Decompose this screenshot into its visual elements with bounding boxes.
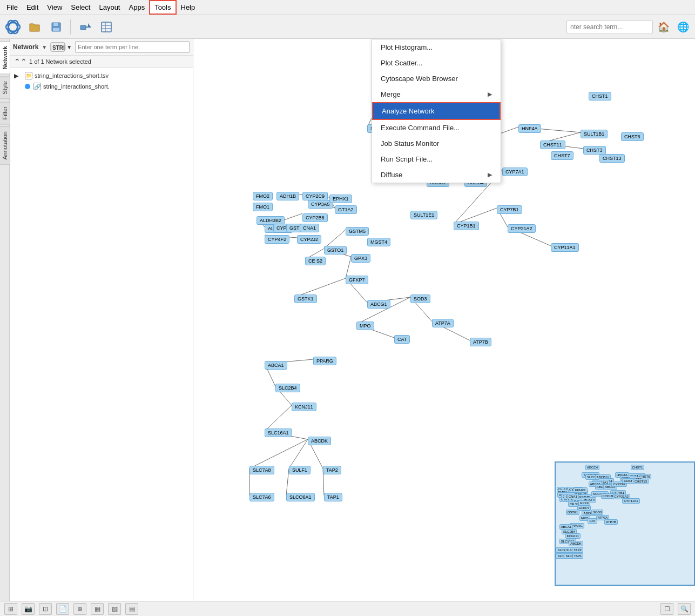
graph-node-chst3[interactable]: CHST3 [583,146,606,155]
menu-item-plot-scatter[interactable]: Plot Scatter... [372,55,501,71]
graph-node-sulf1[interactable]: SULF1 [289,466,311,474]
statusbar-btn-3[interactable]: ⊡ [39,603,52,615]
menu-tools[interactable]: Tools [149,0,176,15]
graph-node-atp7b[interactable]: ATP7B [470,338,491,346]
graph-node-slc16a1[interactable]: SLC16A1 [265,428,292,437]
graph-node-mgst4[interactable]: MGST4 [367,238,390,246]
tree-item-network[interactable]: 🔗 string_interactions_short. [10,81,193,92]
graph-node-cyp2j2[interactable]: CYP2J2 [297,235,321,244]
string-dropdown[interactable]: ▼ [66,44,72,50]
graph-node-cna1[interactable]: CNA1 [300,224,319,232]
tab-network[interactable]: Network [0,41,10,74]
graph-node-chst1[interactable]: CHST1 [589,92,611,101]
canvas-area[interactable]: ABCC4CHST1SLCO1B3SLCO1A2ABCB11HNF4ASULT1… [193,39,695,601]
graph-node-cyp2c9[interactable]: CYP2C9 [302,192,328,200]
graph-node-atp7a[interactable]: ATP7A [432,319,454,327]
menu-file[interactable]: File [2,1,22,14]
statusbar-btn-5[interactable]: ⊕ [73,603,86,615]
graph-node-adh1b[interactable]: ADH1B [276,192,299,200]
menu-item-execute-command[interactable]: Execute Command File... [372,120,501,136]
graph-node-aldh3b2[interactable]: ALDH3B2 [257,216,285,225]
statusbar-btn-4[interactable]: 📄 [56,603,69,615]
menu-item-merge[interactable]: Merge ▶ [372,86,501,102]
graph-node-sod3[interactable]: SOD3 [410,294,430,303]
graph-node-tap1[interactable]: TAP1 [324,493,342,501]
graph-node-slc2b4[interactable]: SLC2B4 [275,384,300,392]
tab-annotation[interactable]: Annotation [0,126,10,165]
save-btn[interactable] [46,17,66,37]
graph-node-cyp7b1[interactable]: CYP7B1 [497,205,522,214]
network-dropdown-arrow[interactable]: ▼ [42,44,47,50]
graph-node-ces2[interactable]: CE S2 [305,257,326,265]
graph-node-gfkp7[interactable]: GFKP7 [346,276,368,284]
graph-node-cyp4f12[interactable]: CYP4F12 [273,224,301,232]
graph-node-sult1b1[interactable]: SULT1B1 [581,130,608,138]
collapse-btn[interactable]: ⌃⌃ [14,57,27,66]
import-btn[interactable] [75,17,95,37]
search-input[interactable] [566,20,653,34]
tab-style[interactable]: Style [0,76,10,99]
graph-node-chst13[interactable]: CHST13 [599,154,625,163]
graph-node-abca1[interactable]: ABCA1 [265,361,287,370]
graph-node-cyp2b6[interactable]: CYP2B6 [302,213,328,222]
graph-node-gstm1[interactable]: GSTM1 [286,224,309,232]
statusbar-zoom-icon[interactable]: 🔍 [678,603,691,615]
graph-node-slco6a1[interactable]: SLCO6A1 [286,493,315,501]
graph-node-slc7a8[interactable]: SLC7A8 [249,466,274,474]
minimap[interactable]: ABCC4CHST1SLCO1B3SLCO1A2ABCB11HNF4ASULT1… [555,461,695,586]
statusbar-btn-8[interactable]: ▤ [125,603,138,615]
graph-node-gstk1[interactable]: GSTK1 [294,294,317,303]
table-btn[interactable] [97,17,116,37]
graph-node-pparg[interactable]: PPARG [313,357,336,365]
menu-item-job-status[interactable]: Job Status Monitor [372,136,501,151]
graph-node-fmo1[interactable]: FMO1 [253,203,273,211]
graph-node-hnf4a[interactable]: HNF4A [518,124,541,133]
statusbar-btn-7[interactable]: ▧ [108,603,121,615]
network-search-input[interactable] [75,41,190,53]
graph-node-gpx3[interactable]: GPX3 [351,254,370,263]
statusbar-btn-6[interactable]: ▦ [91,603,104,615]
graph-node-mpo[interactable]: MPO [356,322,374,330]
graph-node-kcnj11[interactable]: KCNJ11 [292,403,316,411]
graph-node-slc7a6[interactable]: SLC7A6 [249,493,274,501]
graph-node-gt1a2[interactable]: GT1A2 [335,205,357,214]
menu-item-diffuse[interactable]: Diffuse ▶ [372,167,501,183]
menu-help[interactable]: Help [177,1,200,14]
graph-node-chst6[interactable]: CHST6 [621,132,644,141]
graph-node-sult1e1[interactable]: SULT1E1 [410,211,437,219]
graph-node-cyp7a1[interactable]: CYP7A1 [502,168,528,176]
menu-item-plot-histogram[interactable]: Plot Histogram... [372,39,501,55]
menu-item-analyze-network[interactable]: Analyze Network [372,102,501,120]
open-btn[interactable] [25,17,44,37]
graph-node-tap2[interactable]: TAP2 [323,466,341,474]
cytoscape-logo-btn[interactable] [3,17,23,37]
globe-btn[interactable]: 🌐 [674,18,692,36]
graph-node-cat[interactable]: CAT [394,335,410,344]
graph-node-chst11[interactable]: CHST11 [540,140,565,149]
menu-view[interactable]: View [43,1,66,14]
graph-node-ephx1[interactable]: EPHX1 [329,195,352,203]
graph-node-aldh3b1[interactable]: ALDH3B1 [265,224,293,233]
statusbar-checkbox[interactable]: ☐ [660,603,673,615]
menu-item-cytoscape-web[interactable]: Cytoscape Web Browser [372,71,501,86]
home-btn[interactable]: 🏠 [655,18,672,36]
graph-node-cyp21a2[interactable]: CYP21A2 [508,224,536,233]
graph-node-cyp1b1[interactable]: CYP1B1 [454,222,479,230]
graph-node-fmo2[interactable]: FMO2 [253,192,273,200]
menu-apps[interactable]: Apps [125,1,150,14]
statusbar-btn-1[interactable]: ⊞ [4,603,17,615]
tree-item-folder[interactable]: ▶ 📁 string_interactions_short.tsv [10,70,193,81]
menu-select[interactable]: Select [66,1,95,14]
graph-node-abcg1[interactable]: ABCG1 [367,300,390,309]
graph-node-cyp4f2[interactable]: CYP4F2 [265,235,289,244]
statusbar-btn-2[interactable]: 📷 [22,603,35,615]
menu-item-run-script[interactable]: Run Script File... [372,151,501,167]
tab-filter[interactable]: Filter [0,102,10,124]
menu-layout[interactable]: Layout [95,1,124,14]
menu-edit[interactable]: Edit [22,1,43,14]
graph-node-chst7[interactable]: CHST7 [551,151,573,160]
graph-node-gsto1[interactable]: GSTO1 [324,246,347,255]
graph-node-gstm5[interactable]: GSTM5 [346,227,369,236]
graph-node-cyp3a5[interactable]: CYP3A5 [308,200,333,209]
graph-node-cyp11a1[interactable]: CYP11A1 [551,243,579,252]
